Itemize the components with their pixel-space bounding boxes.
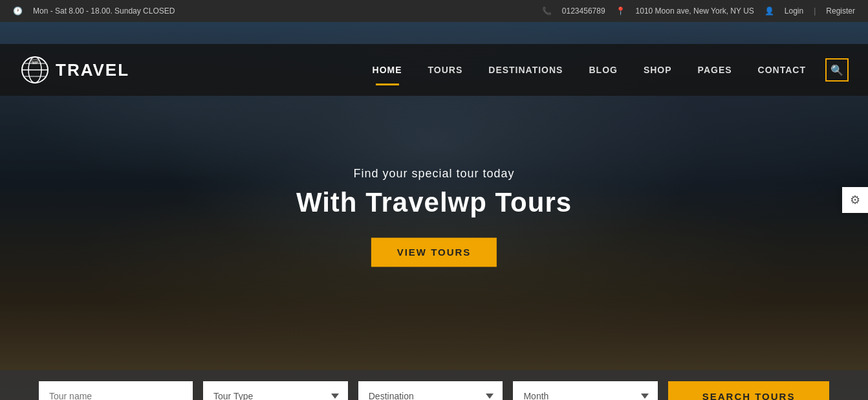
address: 1010 Moon ave, New York, NY US <box>636 6 754 16</box>
hero-title: With Travelwp Tours <box>296 187 572 218</box>
top-bar: 🕐 Mon - Sat 8.00 - 18.00. Sunday CLOSED … <box>0 0 868 22</box>
hero-section: WP TRAVEL HOME TOURS DESTINATIONS BLOG S… <box>0 22 868 400</box>
nav-blog[interactable]: BLOG <box>576 44 630 96</box>
login-link[interactable]: Login <box>785 6 803 16</box>
separator: | <box>814 6 816 16</box>
hero-subtitle: Find your special tour today <box>296 167 572 181</box>
nav-tours[interactable]: TOURS <box>415 44 476 96</box>
destination-select[interactable]: Destination Europe Asia Americas Africa <box>358 381 503 400</box>
month-select[interactable]: Month January February March April May J… <box>513 381 658 400</box>
view-tours-button[interactable]: VIEW TOURS <box>371 238 497 267</box>
tour-type-select[interactable]: Tour Type Adventure Cultural Beach City … <box>203 381 348 400</box>
svg-text:WP: WP <box>32 61 38 65</box>
logo-globe-icon: WP <box>19 54 50 85</box>
logo[interactable]: WP TRAVEL <box>19 54 129 85</box>
hero-content: Find your special tour today With Travel… <box>296 167 572 267</box>
search-tours-button[interactable]: SEARCH TOURS <box>668 381 829 400</box>
phone-number[interactable]: 0123456789 <box>562 6 605 16</box>
nav-destinations[interactable]: DESTINATIONS <box>475 44 576 96</box>
top-bar-left: 🕐 Mon - Sat 8.00 - 18.00. Sunday CLOSED <box>13 6 175 16</box>
register-link[interactable]: Register <box>826 6 855 16</box>
clock-icon: 🕐 <box>13 6 23 16</box>
top-bar-right: 📞 0123456789 📍 1010 Moon ave, New York, … <box>542 6 855 16</box>
tour-name-input[interactable] <box>39 381 193 400</box>
navbar: WP TRAVEL HOME TOURS DESTINATIONS BLOG S… <box>0 44 868 96</box>
nav-home[interactable]: HOME <box>360 44 415 96</box>
nav-shop[interactable]: SHOP <box>631 44 685 96</box>
nav-search-button[interactable]: 🔍 <box>825 58 849 82</box>
business-hours: Mon - Sat 8.00 - 18.00. Sunday CLOSED <box>33 6 175 16</box>
logo-text: TRAVEL <box>56 60 129 80</box>
location-icon: 📍 <box>616 6 625 16</box>
nav-pages[interactable]: PAGES <box>685 44 745 96</box>
search-bar: Tour Type Adventure Cultural Beach City … <box>0 370 868 400</box>
settings-panel[interactable]: ⚙ <box>842 187 868 213</box>
phone-icon: 📞 <box>542 6 552 16</box>
settings-gear-icon: ⚙ <box>850 193 860 207</box>
nav-contact[interactable]: CONTACT <box>745 44 819 96</box>
nav-links: HOME TOURS DESTINATIONS BLOG SHOP PAGES … <box>360 44 849 96</box>
user-icon: 👤 <box>765 6 774 16</box>
